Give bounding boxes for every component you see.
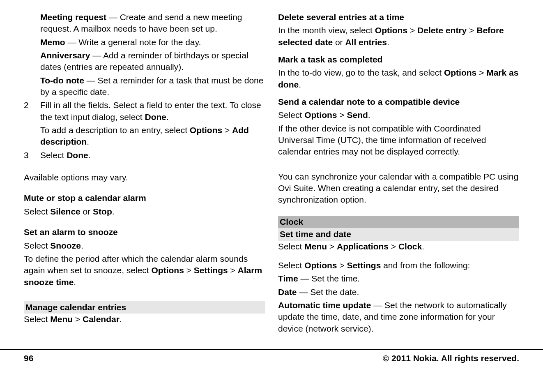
manage-select: Select Menu > Calendar. <box>24 314 265 325</box>
mark-instruction: In the to-do view, go to the task, and s… <box>278 67 519 90</box>
step-2-line-b: To add a description to an entry, select… <box>40 125 265 148</box>
term: Meeting request <box>40 12 106 22</box>
step-3: 3 Select Done. <box>24 150 265 163</box>
right-column: Delete several entries at a time In the … <box>278 12 519 336</box>
delete-instruction: In the month view, select Options > Dele… <box>278 25 519 48</box>
step-number: 2 <box>24 99 40 149</box>
def-anniversary: Anniversary — Add a reminder of birthday… <box>40 50 265 73</box>
heading-delete-entries: Delete several entries at a time <box>278 12 519 23</box>
step-2: 2 Fill in all the fields. Select a field… <box>24 99 265 149</box>
term: To-do note <box>40 76 84 85</box>
left-column: Meeting request — Create and send a new … <box>24 12 265 336</box>
page-content: Meeting request — Create and send a new … <box>0 0 543 336</box>
snooze-select: Select Snooze. <box>24 240 265 251</box>
snooze-period: To define the period after which the cal… <box>24 253 265 288</box>
send-select: Select Options > Send. <box>278 109 519 121</box>
heading-manage-entries: Manage calendar entries <box>24 301 265 314</box>
term: Anniversary <box>40 51 90 60</box>
heading-mark-completed: Mark a task as completed <box>278 54 519 65</box>
def-memo: Memo — Write a general note for the day. <box>40 37 265 48</box>
desc: — Write a general note for the day. <box>65 37 201 47</box>
sync-note: You can synchronize your calendar with a… <box>278 171 519 206</box>
def-todo-note: To-do note — Set a reminder for a task t… <box>40 75 265 98</box>
def-auto-time-update: Automatic time update — Set the network … <box>278 300 519 334</box>
step-3-line: Select Done. <box>40 150 265 161</box>
heading-snooze: Set an alarm to snooze <box>24 226 265 238</box>
copyright-text: © 2011 Nokia. All rights reserved. <box>383 353 519 364</box>
term: Memo <box>40 37 65 47</box>
heading-mute-alarm: Mute or stop a calendar alarm <box>24 192 265 204</box>
step-2-line-a: Fill in all the fields. Select a field t… <box>40 99 265 123</box>
heading-send-note: Send a calendar note to a compatible dev… <box>278 96 519 108</box>
options-settings-select: Select Options > Settings and from the f… <box>278 260 519 271</box>
def-date: Date — Set the date. <box>278 286 519 298</box>
heading-clock: Clock <box>278 216 519 228</box>
send-compatibility-note: If the other device is not compatible wi… <box>278 123 519 158</box>
settime-select: Select Menu > Applications > Clock. <box>278 241 519 252</box>
available-options-note: Available options may vary. <box>24 172 265 183</box>
heading-set-time-date: Set time and date <box>278 228 519 240</box>
step-number: 3 <box>24 150 40 163</box>
def-time: Time — Set the time. <box>278 273 519 284</box>
page-footer: 96 © 2011 Nokia. All rights reserved. <box>0 349 543 364</box>
def-meeting-request: Meeting request — Create and send a new … <box>40 12 265 35</box>
page-number: 96 <box>24 353 33 364</box>
mute-instruction: Select Silence or Stop. <box>24 206 265 217</box>
